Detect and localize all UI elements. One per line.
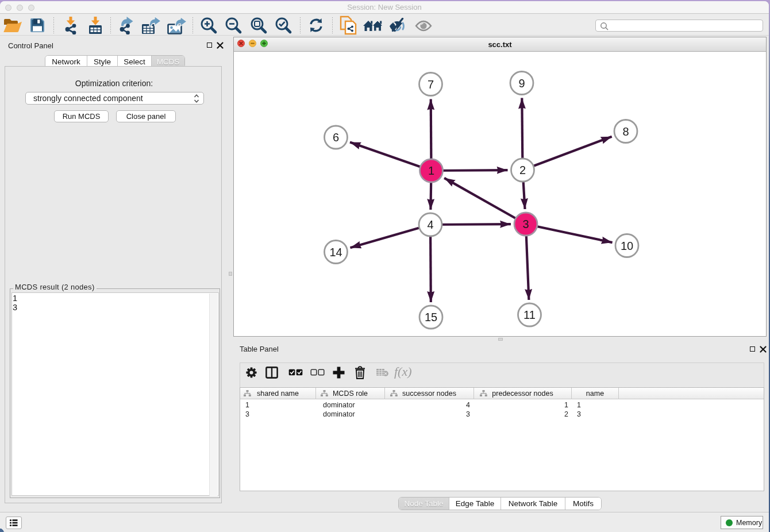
svg-text:1: 1: [428, 164, 434, 177]
svg-text:11: 11: [523, 309, 536, 321]
svg-text:3: 3: [522, 218, 529, 230]
svg-text:2: 2: [519, 164, 526, 176]
svg-text:7: 7: [428, 78, 434, 91]
svg-text:8: 8: [622, 125, 629, 138]
svg-text:6: 6: [333, 131, 339, 144]
svg-text:10: 10: [621, 240, 633, 252]
svg-text:14: 14: [329, 246, 342, 259]
svg-text:9: 9: [518, 77, 525, 90]
svg-text:4: 4: [427, 218, 433, 231]
svg-text:15: 15: [425, 311, 437, 323]
